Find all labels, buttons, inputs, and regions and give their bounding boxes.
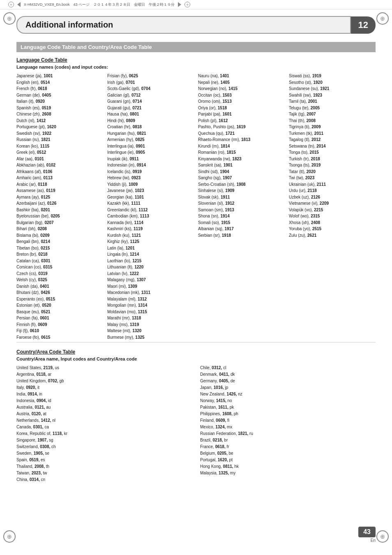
lang-entry: Vietnamese (vi), 2209 [289, 200, 376, 207]
printer-bar-text: X-HM32VD_VXE8_En.book 43 ページ ２０１４年３月２８日 … [24, 2, 175, 7]
lang-entry: Volapük (vo), 2215 [289, 207, 376, 213]
lang-entry: Byelorussian (be), 0205 [16, 213, 103, 220]
lang-entry: Cambodian (km), 1113 [107, 213, 194, 220]
lang-entry: Hausa (ha), 0801 [107, 111, 194, 118]
lang-entry: Tatar (tt), 2020 [289, 169, 376, 175]
lang-entry: Twi (tw), 2023 [289, 175, 376, 181]
country-entry: France, 0618, fr [200, 444, 376, 450]
lang-entry: Interlingua (ia), 0901 [107, 143, 194, 150]
lang-entry: Japanese (ja), 1001 [16, 73, 103, 79]
lang-entry: Uzbek (uz), 2126 [289, 194, 376, 201]
lang-entry: Abkhazian (ab), 0102 [16, 162, 103, 169]
lang-entry: Bulgarian (bg), 0207 [16, 220, 103, 226]
country-entry: Russian Federation, 1821, ru [200, 430, 376, 437]
country-entry: Sweden, 1905, se [16, 450, 192, 457]
lang-entry: Bihari (bh), 0208 [16, 226, 103, 232]
lang-entry: Setswana (tn), 2014 [289, 143, 376, 150]
lang-col-1: Japanese (ja), 1001English (en), 0514Fre… [16, 73, 103, 340]
registration-mark-right [184, 2, 190, 7]
country-entry: Singapore, 1907, sg [16, 437, 192, 444]
lang-entry: Serbo-Croatian (sh), 1908 [198, 181, 285, 188]
lang-entry: Breton (br), 0218 [16, 251, 103, 258]
lang-entry: Sindhi (sd), 1904 [198, 169, 285, 175]
country-entry: Denmark, 0411, dk [200, 371, 376, 378]
lang-entry: Basque (eu), 0521 [16, 309, 103, 315]
lang-entry: Catalan (ca), 0301 [16, 258, 103, 264]
lang-entry: Interlingue (ie), 0905 [107, 149, 194, 156]
lang-entry: Arabic (ar), 0118 [16, 181, 103, 188]
lang-entry: Bhutani (dz), 0426 [16, 289, 103, 296]
lang-entry: Assamese (as), 0119 [16, 187, 103, 194]
arrow-left-icon [17, 2, 21, 7]
lang-entry: Sesotho (st), 1920 [289, 79, 376, 86]
lang-col-2: Frisian (fy), 0625Irish (ga), 0701Scots-… [107, 73, 194, 340]
lang-entry: Lingala (ln), 1214 [107, 251, 194, 258]
country-entry: Pakistan, 1611, pk [200, 404, 376, 411]
lang-entry: Turkmen (tk), 2011 [289, 130, 376, 137]
lang-entry: Burmese (my), 1325 [107, 334, 194, 341]
lang-entry: Quechua (qu), 1721 [198, 130, 285, 137]
lang-entry: Kannada (kn), 1114 [107, 220, 194, 226]
lang-entry: Wolof (wo), 2315 [289, 213, 376, 220]
lang-col-4: Siswati (ss), 1919Sesotho (st), 1920Sund… [289, 73, 376, 340]
lang-entry: German (de), 0405 [16, 92, 103, 99]
lang-entry: Spanish (es), 0519 [16, 105, 103, 111]
lang-entry: Welsh (cy), 0325 [16, 277, 103, 283]
lang-entry: Hebrew (iw), 0923 [107, 175, 194, 181]
lang-entry: Corsican (co), 0315 [16, 264, 103, 271]
country-entry: Brazil, 0218, br [200, 437, 376, 444]
registration-mark-left [8, 2, 14, 7]
page-number: 43 [358, 527, 376, 537]
lang-entry: Czech (cs), 0319 [16, 271, 103, 277]
lang-entry: Marathi (mr), 1318 [107, 315, 194, 321]
lang-entry: Korean (ko), 1115 [16, 143, 103, 150]
lang-entry: Sanskrit (sa), 1901 [198, 162, 285, 169]
lang-entry: Urdu (ur), 2118 [289, 187, 376, 194]
chapter-header: Additional information 12 [16, 16, 376, 34]
country-entry: New Zealand, 1426, nz [200, 391, 376, 398]
lang-entry: Panjabi (pa), 1601 [198, 111, 285, 118]
country-entry: Netherlands, 1412, nl [16, 417, 192, 424]
lang-entry: Yiddish (ji), 1009 [107, 181, 194, 188]
lang-entry: Moldavian (mo), 1315 [107, 309, 194, 315]
lang-entry: Somali (so), 1915 [198, 220, 285, 226]
lang-entry: Tamil (ta), 2001 [289, 98, 376, 105]
lang-entry: Greek (el), 0512 [16, 149, 103, 156]
country-table: United States, 2119, usArgentina, 0118, … [16, 365, 376, 483]
lang-entry: Greenlandic (kl), 1112 [107, 207, 194, 213]
lang-entry: Slovak (sk), 1911 [198, 194, 285, 201]
country-col-2: Chile, 0312, clDenmark, 0411, dkGermany,… [200, 365, 376, 483]
lang-entry: Norwegian (no), 1415 [198, 86, 285, 92]
country-entry: Chile, 0312, cl [200, 365, 376, 371]
lang-entry: Tagalog (tl), 2012 [289, 136, 376, 143]
country-entry: Australia, 0121, au [16, 404, 192, 411]
country-entry: Belgium, 0205, be [200, 450, 376, 457]
lang-entry: Bashkir (ba), 0201 [16, 207, 103, 213]
lang-entry: Lithuanian (lt), 1220 [107, 264, 194, 271]
top-right-decoration: ⊕ [376, 12, 389, 25]
lang-entry: Maori (mi), 1309 [107, 283, 194, 290]
lang-entry: Malagasy (mg), 1307 [107, 277, 194, 283]
lang-entry: Frisian (fy), 0625 [107, 73, 194, 79]
divider [16, 342, 376, 342]
lang-entry: Afrikaans (af), 0106 [16, 169, 103, 175]
lang-entry: Telugu (te), 2005 [289, 105, 376, 111]
lang-entry: Chinese (zh), 2608 [16, 111, 103, 118]
footer-lang: En [358, 538, 376, 543]
printer-registration-bar: X-HM32VD_VXE8_En.book 43 ページ ２０１４年３月２８日 … [0, 0, 392, 9]
lang-entry: Javanese (jw), 1023 [107, 187, 194, 194]
chapter-title: Additional information [16, 16, 351, 34]
bottom-left-decoration: ⊕ [3, 530, 16, 543]
lang-entry: Galician (gl), 0712 [107, 92, 194, 99]
country-entry: Switzerland, 0308, ch [16, 444, 192, 450]
lang-entry: Kazakh (kk), 1111 [107, 200, 194, 207]
lang-entry: Serbian (sr), 1918 [198, 232, 285, 239]
lang-entry: Esperanto (eo), 0515 [16, 296, 103, 303]
lang-entry: Tibetan (bo), 0215 [16, 245, 103, 252]
country-entry: Canada, 0301, ca [16, 424, 192, 430]
country-col-1: United States, 2119, usArgentina, 0118, … [16, 365, 192, 483]
country-entry: United States, 2119, us [16, 365, 192, 371]
lang-entry: Kashmiri (ks), 1119 [107, 226, 194, 232]
lang-entry: Tsonga (ts), 2019 [289, 162, 376, 169]
lang-entry: Dutch (nl), 1412 [16, 118, 103, 124]
